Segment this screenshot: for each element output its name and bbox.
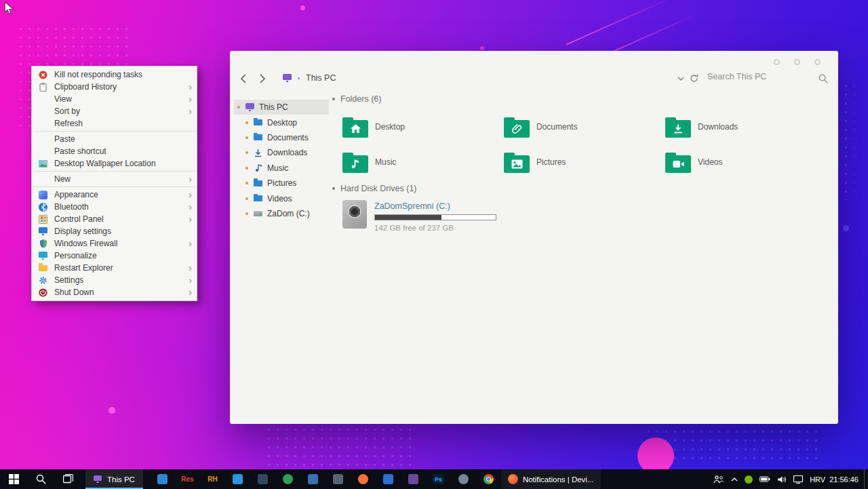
menu-item-view[interactable]: View› [32, 93, 197, 105]
menu-item-icon-empty [38, 146, 48, 157]
restart-explorer-icon [38, 263, 48, 273]
submenu-chevron-icon: › [185, 174, 192, 184]
people-icon[interactable] [713, 475, 724, 484]
taskbar-app-rh-icon[interactable]: RH [200, 469, 225, 489]
submenu-chevron-icon: › [185, 202, 192, 212]
taskbar-app-icons: ResRHPs [150, 469, 501, 489]
firewall-icon [38, 239, 48, 249]
browser-icon [508, 474, 518, 484]
submenu-chevron-icon: › [185, 263, 192, 273]
system-tray [713, 469, 803, 489]
menu-item-desktop-wallpaper-location[interactable]: Desktop Wallpaper Location [32, 157, 197, 170]
folder-tile-label: Documents [536, 122, 578, 132]
menu-item-control-panel[interactable]: Control Panel› [32, 213, 197, 225]
menu-separator [33, 187, 195, 187]
wallpaper-circle [108, 407, 115, 414]
menu-item-bluetooth[interactable]: Bluetooth› [32, 201, 197, 213]
menu-item-display-settings[interactable]: Display settings [32, 225, 197, 237]
menu-item-personalize[interactable]: Personalize [32, 250, 197, 262]
menu-item-new[interactable]: New› [32, 173, 197, 185]
taskbar-app-photoshop-icon[interactable]: Ps [426, 469, 451, 489]
hidden-icons-caret-icon[interactable] [731, 477, 738, 482]
menu-item-label: View [54, 94, 185, 104]
drive-item-c[interactable]: ZaDomSpremni (C:) 142 GB free of 237 GB [342, 200, 496, 232]
show-desktop-button[interactable] [864, 469, 868, 489]
taskbar-app-purple-icon[interactable] [401, 469, 426, 489]
menu-item-windows-firewall[interactable]: Windows Firewall› [32, 237, 197, 250]
drive-capacity-fill [375, 215, 441, 220]
taskbar-app-res-icon[interactable]: Res [175, 469, 200, 489]
task-view-button[interactable] [54, 469, 81, 489]
battery-icon[interactable] [760, 476, 770, 482]
menu-item-refresh[interactable]: Refresh [32, 117, 197, 130]
folder-icon [665, 120, 691, 138]
taskbar-app-blue-icon[interactable] [300, 469, 326, 489]
menu-item-settings[interactable]: Settings› [32, 274, 197, 286]
display-settings-icon [38, 227, 48, 237]
explorer-window: This PC This PCDesktopDocumentsDownloads… [230, 51, 838, 424]
taskbar-app-files-icon[interactable] [150, 469, 175, 489]
volume-icon[interactable] [777, 475, 787, 484]
taskbar-app-mail-icon[interactable] [225, 469, 250, 489]
this-pc-icon [94, 475, 102, 481]
menu-item-clipboard-history[interactable]: Clipboard History› [32, 81, 197, 93]
language-indicator[interactable]: HRV [810, 475, 825, 484]
menu-item-label: Kill not responding tasks [54, 70, 185, 79]
hard-drive-icon [342, 200, 367, 229]
folder-icon [342, 120, 368, 138]
menu-item-label: Settings [54, 275, 185, 285]
taskbar-search-button[interactable] [27, 469, 54, 489]
folder-tile-downloads[interactable]: Downloads [665, 116, 814, 138]
start-button[interactable] [0, 469, 27, 489]
menu-item-appearance[interactable]: Appearance› [32, 189, 197, 201]
submenu-chevron-icon: › [185, 94, 192, 104]
submenu-chevron-icon: › [185, 82, 192, 92]
section-title: Hard Disk Drives (1) [340, 184, 417, 193]
wallpaper-icon [38, 159, 48, 169]
paperclip-glyph [512, 124, 522, 134]
wallpaper-circle [300, 5, 305, 10]
menu-item-icon-empty [38, 119, 48, 129]
network-display-icon[interactable] [793, 475, 803, 484]
folder-icon [504, 120, 530, 138]
submenu-chevron-icon: › [185, 190, 192, 199]
folder-tile-label: Pictures [536, 157, 566, 167]
download-glyph [673, 124, 684, 134]
menu-item-restart-explorer[interactable]: Restart Explorer› [32, 262, 197, 274]
taskbar-app-camera-icon[interactable] [326, 469, 351, 489]
folders-grid: DesktopDocumentsDownloadsMusicPicturesVi… [230, 51, 838, 424]
taskbar-app-dark-icon[interactable] [250, 469, 275, 489]
submenu-chevron-icon: › [185, 239, 192, 248]
taskbar-this-pc-button[interactable]: This PC [85, 469, 143, 489]
folder-tile-label: Music [375, 157, 396, 167]
folder-tile-music[interactable]: Music [342, 151, 492, 173]
drive-info: ZaDomSpremni (C:) 142 GB free of 237 GB [374, 200, 496, 232]
menu-item-paste[interactable]: Paste [32, 133, 197, 145]
menu-item-shut-down[interactable]: Shut Down› [32, 286, 197, 298]
notification-button-label: Notifications | Devi... [523, 475, 594, 484]
menu-item-kill-not-responding-tasks[interactable]: Kill not responding tasks [32, 69, 197, 81]
taskbar: This PC ResRHPs Notifications | Devi... … [0, 469, 868, 489]
wallpaper-circle [480, 46, 484, 50]
drive-capacity-bar [374, 214, 496, 220]
folder-tile-videos[interactable]: Videos [665, 151, 814, 173]
folder-icon [342, 155, 368, 173]
taskbar-app-blue2-icon[interactable] [376, 469, 401, 489]
folder-tile-label: Downloads [698, 122, 738, 132]
desktop-context-menu: Kill not responding tasksClipboard Histo… [31, 66, 197, 301]
menu-item-icon-empty [38, 134, 48, 144]
folder-tile-documents[interactable]: Documents [504, 116, 653, 138]
taskbar-app-gray-icon[interactable] [451, 469, 476, 489]
gpu-tray-icon[interactable] [745, 475, 753, 484]
clock[interactable]: 21:56:46 [829, 475, 859, 484]
menu-item-label: Paste shortcut [54, 146, 185, 156]
taskbar-app-firefox-icon[interactable] [351, 469, 376, 489]
menu-item-icon-empty [38, 174, 48, 184]
menu-item-sort-by[interactable]: Sort by› [32, 105, 197, 117]
taskbar-app-chrome-icon[interactable] [476, 469, 501, 489]
taskbar-notification-button[interactable]: Notifications | Devi... [501, 469, 601, 489]
menu-item-paste-shortcut[interactable]: Paste shortcut [32, 145, 197, 157]
folder-tile-desktop[interactable]: Desktop [342, 116, 492, 138]
taskbar-app-green-icon[interactable] [275, 469, 300, 489]
folder-tile-pictures[interactable]: Pictures [504, 151, 653, 173]
